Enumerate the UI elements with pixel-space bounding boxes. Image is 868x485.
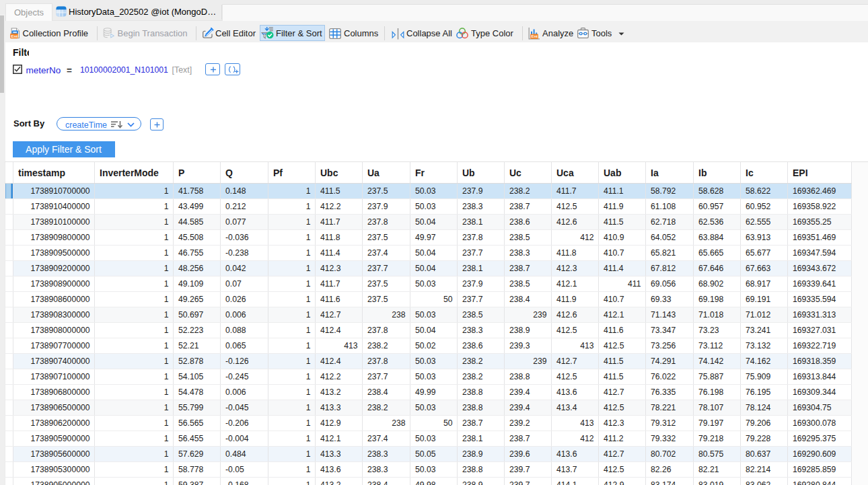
svg-text:Ent: Ent	[531, 34, 538, 38]
svg-text:Ent: Ent	[11, 34, 18, 38]
